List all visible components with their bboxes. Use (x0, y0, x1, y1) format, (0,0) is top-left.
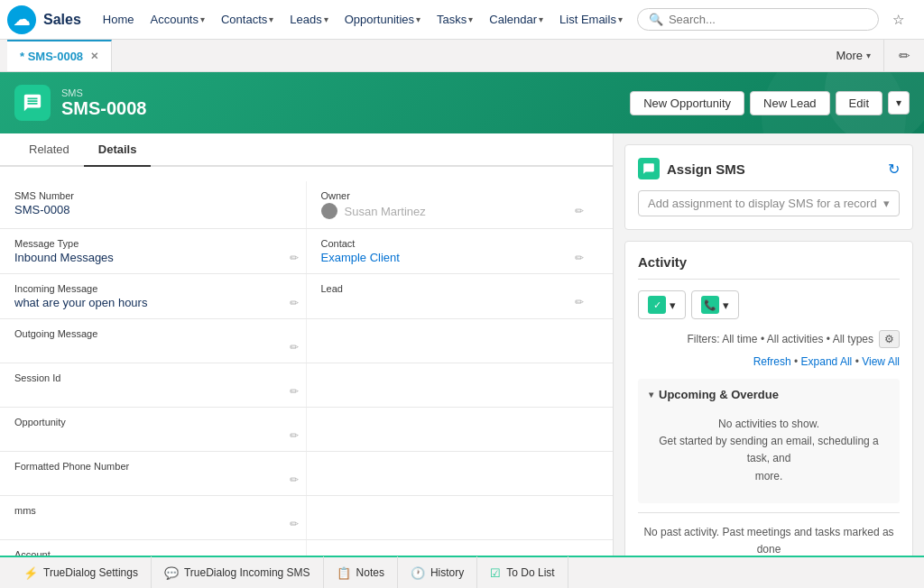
nav-contacts[interactable]: Contacts▾ (214, 9, 281, 30)
task-icon: ✓ (648, 296, 666, 314)
record-type-icon (14, 85, 51, 121)
salesforce-logo[interactable]: ☁ (7, 5, 36, 34)
edit-message-type-icon[interactable]: ✏ (290, 252, 299, 264)
chevron-down-icon: ▾ (539, 14, 543, 24)
favorites-icon[interactable]: ☆ (886, 7, 911, 32)
bottom-bar: ⚡ TrueDialog Settings 💬 TrueDialog Incom… (0, 556, 924, 588)
detail-tabs: Related Details (0, 133, 613, 167)
field-empty-right-3 (307, 408, 599, 451)
field-outgoing-message: Outgoing Message ✏ (14, 319, 307, 363)
record-type-label: SMS (61, 87, 147, 98)
tab-label: * SMS-0008 (20, 50, 83, 63)
edit-incoming-icon[interactable]: ✏ (290, 297, 299, 309)
upcoming-section: ▾ Upcoming & Overdue No activities to sh… (638, 379, 900, 503)
nav-tasks[interactable]: Tasks▾ (430, 9, 480, 30)
record-header: SMS SMS-0008 New Opportunity New Lead Ed… (0, 72, 924, 133)
favorites-dropdown-icon[interactable]: ▾ (917, 7, 924, 32)
contact-link[interactable]: Example Client (321, 251, 400, 264)
new-task-button[interactable]: ✓ ▾ (638, 290, 686, 319)
field-account: Account ✏ (14, 540, 307, 556)
refresh-assign-button[interactable]: ↻ (888, 161, 900, 178)
chat-bottom-icon: 💬 (164, 566, 179, 580)
assign-dropdown[interactable]: Add assignment to display SMS for a reco… (638, 190, 900, 216)
assign-sms-title: Assign SMS (638, 158, 745, 179)
main-content: Related Details SMS Number SMS-0008 Owne… (0, 133, 924, 556)
bottom-truedialog-sms[interactable]: 💬 TrueDialog Incoming SMS (152, 556, 324, 588)
close-icon[interactable]: ✕ (90, 51, 98, 62)
edit-outgoing-icon[interactable]: ✏ (290, 341, 299, 354)
tab-bar: * SMS-0008 ✕ More ▾ ✏ (0, 40, 924, 72)
new-lead-button[interactable]: New Lead (750, 91, 830, 115)
nav-accounts[interactable]: Accounts▾ (143, 9, 212, 30)
filters-row: Filters: All time • All activities • All… (638, 330, 900, 348)
tab-more[interactable]: More ▾ (823, 40, 884, 72)
edit-contact-icon[interactable]: ✏ (575, 252, 584, 264)
app-name: Sales (43, 12, 81, 28)
no-activity-message: No activities to show.Get started by sen… (649, 407, 889, 494)
tab-details[interactable]: Details (84, 133, 152, 167)
edit-owner-icon[interactable]: ✏ (575, 205, 584, 217)
new-opportunity-button[interactable]: New Opportunity (630, 91, 744, 115)
edit-tabs-icon[interactable]: ✏ (892, 43, 917, 69)
field-empty-right-5 (307, 496, 599, 539)
lightning-icon: ⚡ (23, 566, 38, 580)
tab-sms-0008[interactable]: * SMS-0008 ✕ (7, 40, 112, 72)
edit-phone-icon[interactable]: ✏ (290, 473, 299, 486)
view-all-link[interactable]: View All (862, 355, 900, 368)
search-bar[interactable]: 🔍 (637, 8, 879, 31)
edit-opportunity-icon[interactable]: ✏ (290, 429, 299, 442)
phone-icon: 📞 (701, 296, 719, 314)
history-icon: 🕐 (411, 566, 425, 580)
sms-small-icon (638, 158, 660, 179)
field-opportunity: Opportunity ✏ (14, 408, 307, 451)
assign-sms-header: Assign SMS ↻ (638, 158, 900, 179)
tab-related[interactable]: Related (14, 133, 84, 167)
field-message-type: Message Type Inbound Messages ✏ (14, 229, 307, 273)
bottom-notes[interactable]: 📋 Notes (324, 556, 398, 588)
nav-leads[interactable]: Leads▾ (282, 9, 335, 30)
upcoming-header[interactable]: ▾ Upcoming & Overdue (649, 388, 889, 401)
bottom-todo[interactable]: ☑ To Do List (477, 556, 568, 588)
edit-mms-icon[interactable]: ✏ (290, 518, 299, 530)
nav-list-emails[interactable]: List Emails▾ (552, 9, 630, 30)
edit-button[interactable]: Edit (836, 91, 882, 115)
sms-icon (23, 93, 42, 113)
activity-card: Activity ✓ ▾ 📞 ▾ Filters: All time • All… (624, 241, 913, 556)
chevron-down-icon: ▾ (269, 14, 273, 24)
field-empty-right-4 (307, 452, 599, 495)
refresh-link[interactable]: Refresh (753, 355, 791, 368)
filter-settings-button[interactable]: ⚙ (879, 330, 900, 348)
chat-icon (642, 162, 655, 175)
edit-lead-icon[interactable]: ✏ (575, 296, 584, 308)
field-empty-right-6 (307, 540, 599, 556)
chevron-down-icon: ▾ (200, 14, 205, 24)
chevron-down-icon: ▾ (649, 390, 653, 400)
chevron-down-icon: ▾ (468, 14, 473, 24)
activity-links: Refresh • Expand All • View All (638, 355, 900, 368)
expand-all-link[interactable]: Expand All (801, 355, 853, 368)
log-call-button[interactable]: 📞 ▾ (691, 290, 739, 319)
actions-dropdown-button[interactable]: ▾ (888, 91, 910, 115)
nav-calendar[interactable]: Calendar▾ (482, 9, 550, 30)
bottom-history[interactable]: 🕐 History (398, 556, 477, 588)
todo-icon: ☑ (490, 566, 501, 580)
top-bar: ☁ Sales Home Accounts▾ Contacts▾ Leads▾ … (0, 0, 924, 40)
nav-opportunities[interactable]: Opportunities▾ (337, 9, 428, 30)
nav-bar: Home Accounts▾ Contacts▾ Leads▾ Opportun… (96, 9, 630, 30)
bottom-truedialog-settings[interactable]: ⚡ TrueDialog Settings (11, 556, 152, 588)
field-contact: Contact Example Client ✏ (307, 229, 599, 273)
chevron-down-icon: ▾ (324, 14, 328, 24)
owner-avatar (321, 203, 337, 219)
edit-session-icon[interactable]: ✏ (290, 385, 299, 398)
fields-container: SMS Number SMS-0008 Owner Susan Martinez… (0, 167, 613, 556)
field-lead: Lead ✏ (307, 274, 599, 318)
field-session-id: Session Id ✏ (14, 363, 307, 407)
activity-buttons: ✓ ▾ 📞 ▾ (638, 290, 900, 319)
top-right-icons: ☆ ▾ ＋ ? ⚙ 🔔 U (886, 7, 924, 32)
search-icon: 🔍 (649, 13, 663, 26)
nav-home[interactable]: Home (96, 9, 142, 30)
record-title-wrap: SMS SMS-0008 (61, 87, 147, 119)
search-input[interactable] (669, 13, 867, 26)
record-name: SMS-0008 (61, 98, 147, 119)
left-panel: Related Details SMS Number SMS-0008 Owne… (0, 133, 614, 556)
